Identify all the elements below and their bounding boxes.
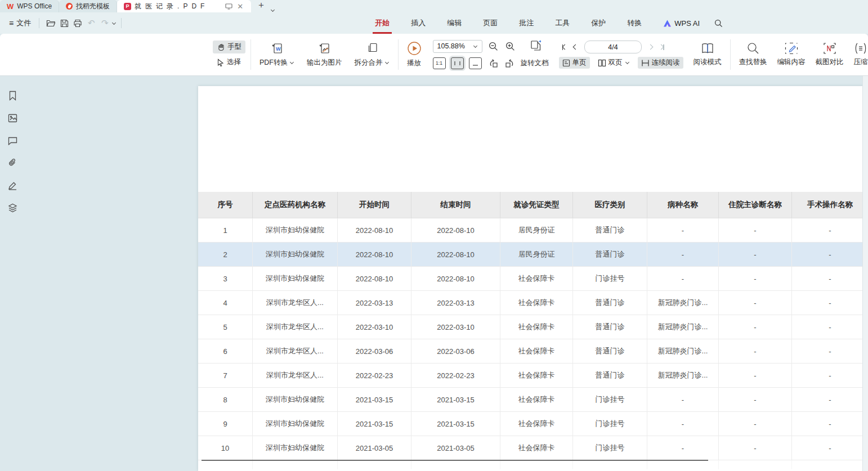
screenshot-compare-button[interactable]: 截图对比 xyxy=(812,41,847,68)
new-tab-icon[interactable]: ＋ xyxy=(257,0,266,11)
save-icon[interactable] xyxy=(57,16,71,30)
table-cell: 门诊挂号 xyxy=(573,436,647,460)
table-cell: 2022-08-10 xyxy=(411,243,500,266)
table-cell: 新冠肺炎门诊... xyxy=(647,315,719,339)
comment-icon[interactable] xyxy=(7,134,19,146)
print-icon[interactable] xyxy=(71,16,84,30)
menu-item[interactable]: 批注 xyxy=(518,16,535,30)
hand-tool-button[interactable]: 手型 xyxy=(213,41,245,53)
tab-document-pdf[interactable]: P 就医记录.PDF ✕ xyxy=(117,0,251,12)
table-cell: - xyxy=(719,267,792,290)
tab-wps-office[interactable]: W WPS Office xyxy=(0,0,59,12)
thumbnails-icon[interactable] xyxy=(7,112,19,124)
table-cell: 普通门诊 xyxy=(573,218,647,242)
double-page-button[interactable]: 双页 xyxy=(594,57,633,69)
table-cell: 2021-03-15 xyxy=(411,412,500,436)
menu-item[interactable]: 编辑 xyxy=(446,16,463,30)
vertical-scrollbar[interactable] xyxy=(862,76,868,471)
edit-content-button[interactable]: 编辑内容 xyxy=(774,41,809,68)
wps-ai-button[interactable]: WPS AI xyxy=(663,19,700,28)
menu-search-icon[interactable] xyxy=(714,19,723,28)
table-cell xyxy=(411,460,500,469)
table-cell: 居民身份证 xyxy=(500,243,573,266)
layers-icon[interactable] xyxy=(7,202,19,214)
table-cell: 2021-03-15 xyxy=(338,412,411,436)
open-folder-icon[interactable] xyxy=(44,16,57,30)
single-page-button[interactable]: 单页 xyxy=(559,57,590,69)
quickbar-chevron-icon[interactable] xyxy=(112,20,116,24)
actual-size-label: 1:1 xyxy=(436,60,442,66)
zoom-out-icon[interactable] xyxy=(487,39,500,53)
table-cell: 2022-03-10 xyxy=(411,315,500,339)
first-page-icon[interactable] xyxy=(559,44,571,50)
chevron-down-icon xyxy=(384,60,388,64)
menu-item[interactable]: 页面 xyxy=(482,16,499,30)
file-menu-button[interactable]: ≡ 文件 xyxy=(6,18,34,28)
signature-icon[interactable] xyxy=(7,180,19,191)
single-page-icon xyxy=(562,59,570,67)
zoom-in-icon[interactable] xyxy=(504,39,517,53)
present-screen-icon[interactable] xyxy=(225,3,232,10)
compress-icon xyxy=(854,42,867,55)
table-cell: 2022-03-13 xyxy=(411,291,500,315)
close-tab-icon[interactable]: ✕ xyxy=(236,2,244,11)
rotate-right-icon[interactable] xyxy=(503,56,516,70)
table-cell: 新冠肺炎门诊... xyxy=(647,291,719,315)
table-row: 9深圳市妇幼保健院2021-03-152021-03-15社会保障卡门诊挂号--… xyxy=(198,412,868,436)
export-image-button[interactable]: 输出为图片 xyxy=(303,41,346,69)
menu-item[interactable]: 工具 xyxy=(554,16,571,30)
double-page-icon xyxy=(598,59,606,67)
table-row: 2深圳市妇幼保健院2022-08-102022-08-10居民身份证普通门诊--… xyxy=(198,243,868,267)
pdf-convert-button[interactable]: W PDF转换 xyxy=(256,41,298,69)
continuous-read-button[interactable]: 连续阅读 xyxy=(638,57,683,69)
table-row-partial xyxy=(198,460,868,469)
tab-list-chevron-icon[interactable] xyxy=(271,8,275,12)
select-tool-label: 选择 xyxy=(227,57,241,67)
menu-item[interactable]: 开始 xyxy=(374,16,391,30)
page-indicator[interactable]: 4/4 xyxy=(584,41,642,53)
table-bottom-border xyxy=(202,460,708,461)
find-replace-label: 查找替换 xyxy=(739,57,767,67)
menu-item[interactable]: 保护 xyxy=(590,16,607,30)
fit-width-button[interactable] xyxy=(451,57,464,69)
table-cell: 2022-08-10 xyxy=(411,267,500,290)
next-page-icon[interactable] xyxy=(645,45,656,49)
split-merge-button[interactable]: 拆分合并 xyxy=(351,41,393,69)
table-cell xyxy=(792,460,868,469)
select-tool-button[interactable]: 选择 xyxy=(213,56,245,69)
read-mode-button[interactable]: 阅读模式 xyxy=(690,41,725,68)
rotate-left-icon[interactable] xyxy=(487,56,500,70)
rotate-doc-label[interactable]: 旋转文档 xyxy=(521,59,549,68)
zoom-select[interactable]: 105.88% xyxy=(433,40,482,53)
column-header: 住院主诊断名称 xyxy=(719,192,792,218)
table-cell: - xyxy=(792,339,868,363)
table-cell: - xyxy=(719,364,792,387)
undo-icon[interactable]: ↶ xyxy=(84,16,98,30)
actual-size-button[interactable]: 1:1 xyxy=(433,57,446,69)
table-cell: 深圳市妇幼保健院 xyxy=(253,436,338,460)
redo-icon[interactable]: ↷ xyxy=(98,16,111,30)
find-replace-button[interactable]: 查找替换 xyxy=(736,41,771,68)
table-row: 7深圳市龙华区人...2022-02-232022-02-23社会保障卡普通门诊… xyxy=(198,364,868,388)
attachment-icon[interactable] xyxy=(7,157,19,169)
column-header: 手术操作名称 xyxy=(792,192,868,218)
table-cell: 2021-03-05 xyxy=(338,436,411,460)
table-cell: 居民身份证 xyxy=(500,218,573,242)
table-cell: 4 xyxy=(198,291,253,315)
table-cell: - xyxy=(792,315,868,339)
find-replace-icon xyxy=(747,42,759,55)
prev-page-icon[interactable] xyxy=(570,45,581,49)
bookmark-icon[interactable] xyxy=(7,89,19,101)
tab-docer-templates[interactable]: 找稻壳模板 xyxy=(59,0,117,12)
fit-page-button[interactable] xyxy=(469,57,482,69)
last-page-icon[interactable] xyxy=(656,44,668,50)
compress-button[interactable]: 压缩 xyxy=(851,41,868,68)
replace-pages-icon[interactable] xyxy=(530,39,543,53)
window-tab-bar: W WPS Office 找稻壳模板 P 就医记录.PDF ✕ ＋ xyxy=(0,0,868,12)
menu-item[interactable]: 插入 xyxy=(410,16,427,30)
play-button[interactable]: 播放 xyxy=(404,40,425,69)
divider xyxy=(250,39,251,70)
table-cell: 普通门诊 xyxy=(573,364,647,387)
menu-item[interactable]: 转换 xyxy=(626,16,643,30)
table-cell: 新冠肺炎门诊... xyxy=(647,364,719,387)
